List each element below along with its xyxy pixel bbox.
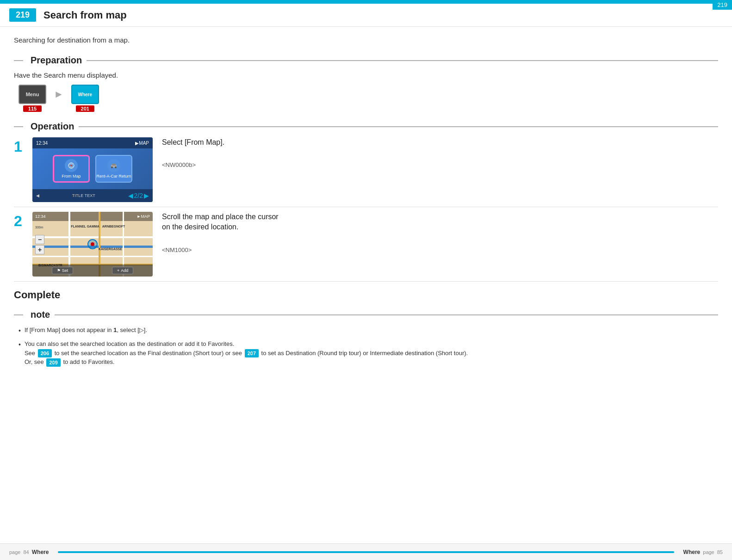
set-label: Set xyxy=(62,268,68,273)
svg-rect-3 xyxy=(112,164,116,166)
map-zoom-controls: − + xyxy=(35,235,44,254)
prep-arrow-icon: ► xyxy=(54,88,64,100)
map-mode: ►MAP xyxy=(137,214,150,219)
section-line-left-op xyxy=(14,126,23,127)
step-1-image: 12:34 ▶MAP From Map xyxy=(32,137,153,202)
note-bullet-2: • xyxy=(19,340,21,350)
map-add-btn[interactable]: + Add xyxy=(112,267,133,274)
page-footer: page 84 Where Where page 85 xyxy=(0,543,732,560)
note-item-1: • If [From Map] does not appear in 1, se… xyxy=(19,326,718,336)
note-line-right xyxy=(55,314,718,315)
step-2-line1: Scroll the map and place the cursor xyxy=(162,213,279,221)
page-title: Search from map xyxy=(43,9,127,21)
zoom-out-btn[interactable]: − xyxy=(35,235,44,244)
section-header-operation: Operation xyxy=(14,121,718,132)
map-time: 12:34 xyxy=(35,214,46,219)
step1-title-text: TITLE TEXT xyxy=(72,193,95,198)
menu-icon: Menu xyxy=(19,85,46,104)
map-label-3: KAISERGASSE xyxy=(99,247,122,251)
step-2-text: Scroll the map and place the cursor on t… xyxy=(162,212,718,233)
note-line-left xyxy=(14,314,23,315)
map-background: 12:34 ►MAP FLANNEL GAMMA ARNBEGNOFT xyxy=(32,212,153,277)
prep-icons: Menu 115 ► Where 201 xyxy=(19,85,718,112)
preparation-text: Have the Search menu displayed. xyxy=(14,71,718,79)
footer-page-label-right: page xyxy=(703,549,714,555)
step1-prev-icon: ◀ xyxy=(128,192,133,199)
step-1: 1 12:34 ▶MAP xyxy=(14,137,718,207)
map-bottombar: ⚑ Set + Add xyxy=(32,265,153,277)
rent-a-car-icon xyxy=(107,159,120,172)
map-scale-label: 300m xyxy=(35,226,43,229)
road-h3 xyxy=(32,256,153,257)
note-text-1: If [From Map] does not appear in 1, sele… xyxy=(25,326,718,335)
footer-page-num-right: 85 xyxy=(717,549,723,555)
badge-207: 207 xyxy=(245,349,259,358)
section-line-right-op xyxy=(79,126,718,127)
step-1-number: 1 xyxy=(14,138,32,155)
step1-back-icon: ◀ xyxy=(36,193,39,198)
map-cursor xyxy=(87,239,98,249)
main-content: Searching for destination from a map. Pr… xyxy=(0,27,732,380)
step-2-image: 12:34 ►MAP FLANNEL GAMMA ARNBEGNOFT xyxy=(32,212,153,277)
corner-page-number: 219 xyxy=(713,0,732,10)
note-item-2: • You can also set the searched location… xyxy=(19,339,718,367)
step1-time: 12:34 xyxy=(36,141,48,146)
page-subtitle: Searching for destination from a map. xyxy=(14,36,718,44)
from-map-option[interactable]: From Map xyxy=(53,155,90,183)
page-header: 219 Search from map xyxy=(0,4,732,27)
where-icon-box: Where 201 xyxy=(71,85,99,112)
header-page-number: 219 xyxy=(9,8,36,22)
svg-point-4 xyxy=(111,166,113,168)
from-map-label: From Map xyxy=(62,174,81,178)
complete-label: Complete xyxy=(14,289,718,301)
step1-nav-content: From Map Rent-A-Car Return xyxy=(32,148,153,189)
step-2: 2 12:34 ►MAP xyxy=(14,212,718,282)
footer-section-left: Where xyxy=(32,549,49,555)
where-icon: Where xyxy=(71,85,99,104)
note-items: • If [From Map] does not appear in 1, se… xyxy=(14,326,718,367)
menu-icon-box: Menu 115 xyxy=(19,85,46,112)
step-2-line2: on the desired location. xyxy=(162,223,238,231)
from-map-icon xyxy=(65,159,78,172)
rent-a-car-label: Rent-A-Car Return xyxy=(96,174,131,178)
add-icon: + xyxy=(117,268,119,273)
add-label: Add xyxy=(121,268,128,273)
section-header-note: note xyxy=(14,309,718,320)
road-h1 xyxy=(32,236,153,238)
map-topbar: 12:34 ►MAP xyxy=(32,212,153,221)
step1-nav-topbar: 12:34 ▶MAP xyxy=(32,137,153,148)
operation-steps: 1 12:34 ▶MAP xyxy=(14,137,718,282)
step1-nav-bottombar: ◀ TITLE TEXT ◀ 2/2 ▶ xyxy=(32,189,153,202)
section-line-left xyxy=(14,60,23,61)
complete-section: Complete xyxy=(14,289,718,301)
zoom-in-btn[interactable]: + xyxy=(35,245,44,254)
section-label-operation: Operation xyxy=(26,121,79,132)
badge-206: 206 xyxy=(38,349,52,358)
note-section: note • If [From Map] does not appear in … xyxy=(14,309,718,367)
step1-nav-arrows: ◀ 2/2 ▶ xyxy=(128,192,149,199)
where-badge: 201 xyxy=(76,105,94,112)
rent-a-car-option[interactable]: Rent-A-Car Return xyxy=(95,155,132,183)
step-1-ref: <NW0000b> xyxy=(162,161,718,168)
section-header-preparation: Preparation xyxy=(14,55,718,66)
note-text-2: You can also set the searched location a… xyxy=(25,339,718,367)
step1-page-info: 2/2 xyxy=(134,192,143,199)
map-cursor-circle xyxy=(87,239,98,249)
step1-next-icon: ▶ xyxy=(144,192,149,199)
section-line-right xyxy=(87,60,718,61)
note-bullet-1: • xyxy=(19,326,21,336)
menu-badge: 115 xyxy=(23,105,42,112)
step-2-desc: Scroll the map and place the cursor on t… xyxy=(162,212,718,253)
map-set-btn[interactable]: ⚑ Set xyxy=(52,267,74,274)
svg-point-5 xyxy=(115,166,117,168)
footer-left: page 84 Where xyxy=(9,549,49,555)
map-cursor-dot xyxy=(91,242,94,246)
svg-point-1 xyxy=(70,165,72,166)
step1-mode-icon: ▶MAP xyxy=(135,141,149,146)
section-label-note: note xyxy=(26,309,55,320)
set-icon: ⚑ xyxy=(57,268,61,273)
footer-progress-bar xyxy=(58,551,674,553)
footer-page-label-left: page xyxy=(9,549,20,555)
step-2-ref: <NM1000> xyxy=(162,246,718,253)
map-label-1: FLANNEL GAMMA xyxy=(71,225,99,228)
